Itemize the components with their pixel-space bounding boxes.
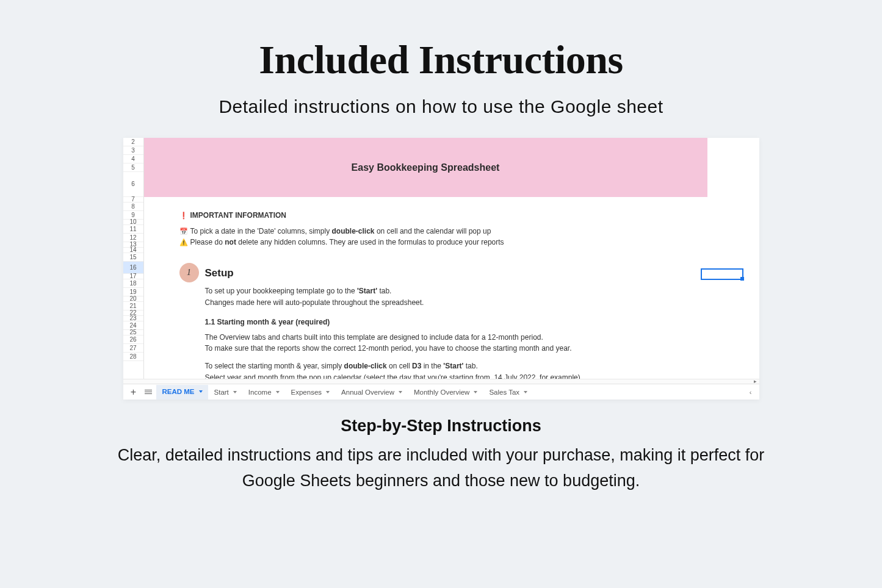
row-number[interactable]: 18 xyxy=(123,279,143,288)
row-number[interactable]: 8 xyxy=(123,203,143,211)
row-number[interactable]: 14 xyxy=(123,248,143,253)
section-body: Clear, detailed instructions and tips ar… xyxy=(99,443,783,494)
sheet-tab-label: Income xyxy=(248,389,272,396)
row-number[interactable]: 15 xyxy=(123,253,143,262)
row-number[interactable]: 10 xyxy=(123,220,143,225)
sheet-header-banner: Easy Bookkeeping Spreadsheet xyxy=(144,138,707,197)
row-number[interactable]: 17 xyxy=(123,274,143,279)
row-number[interactable]: 3 xyxy=(123,146,143,155)
chevron-down-icon xyxy=(233,391,237,393)
plus-icon: + xyxy=(131,387,136,398)
page-title: Included Instructions xyxy=(0,37,882,83)
step-sub-heading: 1.1 Starting month & year (required) xyxy=(205,317,693,328)
sheet-tab-annual-overview[interactable]: Annual Overview xyxy=(335,385,408,400)
chevron-down-icon xyxy=(524,391,527,393)
calendar-icon: 📅 xyxy=(179,228,188,235)
chevron-down-icon xyxy=(474,391,477,393)
row-number[interactable]: 2 xyxy=(123,138,143,146)
horizontal-scrollbar[interactable]: ▸ xyxy=(123,379,759,384)
row-number[interactable]: 7 xyxy=(123,197,143,203)
warning-icon: ⚠️ xyxy=(179,238,188,246)
sheet-title: Easy Bookkeeping Spreadsheet xyxy=(352,162,500,173)
sheet-tab-income[interactable]: Income xyxy=(242,385,285,400)
scroll-right-icon[interactable]: ▸ xyxy=(754,378,757,384)
sheet-tab-label: Expenses xyxy=(291,389,322,396)
exclamation-icon: ❗ xyxy=(179,212,188,219)
sheet-content: Easy Bookkeeping Spreadsheet ❗IMPORTANT … xyxy=(144,138,759,379)
important-heading: ❗IMPORTANT INFORMATION xyxy=(179,210,680,221)
important-line-2: ⚠️Please do not delete any hidden column… xyxy=(179,237,680,248)
step-body: To set up your bookkeeping template go t… xyxy=(205,285,693,379)
sheet-tab-label: Annual Overview xyxy=(341,389,394,396)
step-number-badge: 1 xyxy=(179,263,199,282)
sheet-tab-start[interactable]: Start xyxy=(208,385,242,400)
row-number[interactable]: 28 xyxy=(123,353,143,361)
chevron-down-icon xyxy=(399,391,402,393)
spreadsheet-screenshot: 2345678910111213141516171819202122232425… xyxy=(123,138,759,400)
row-number[interactable]: 23 xyxy=(123,316,143,321)
row-number[interactable]: 5 xyxy=(123,163,143,172)
sheet-tab-label: Sales Tax xyxy=(489,389,519,396)
sheet-tab-read-me[interactable]: READ ME xyxy=(156,385,208,400)
row-number-gutter: 2345678910111213141516171819202122232425… xyxy=(123,138,144,379)
add-sheet-button[interactable]: + xyxy=(127,386,140,398)
row-number[interactable]: 6 xyxy=(123,172,143,197)
row-number[interactable]: 11 xyxy=(123,225,143,234)
row-number[interactable]: 27 xyxy=(123,344,143,353)
sheet-tab-label: READ ME xyxy=(162,388,195,395)
row-number[interactable]: 25 xyxy=(123,330,143,335)
row-number[interactable]: 20 xyxy=(123,296,143,302)
sheet-tab-expenses[interactable]: Expenses xyxy=(285,385,336,400)
sheet-tab-sales-tax[interactable]: Sales Tax xyxy=(483,385,533,400)
section-title: Step-by-Step Instructions xyxy=(0,417,882,436)
all-sheets-button[interactable] xyxy=(142,386,155,398)
row-number[interactable]: 16 xyxy=(123,262,143,274)
sheet-tab-label: Monthly Overview xyxy=(414,389,469,396)
sheet-tab-bar: + READ MEStartIncomeExpensesAnnual Overv… xyxy=(123,384,759,400)
row-number[interactable]: 26 xyxy=(123,335,143,344)
selected-cell-outline[interactable] xyxy=(701,268,743,280)
chevron-down-icon xyxy=(326,391,330,393)
important-line-1: 📅To pick a date in the 'Date' columns, s… xyxy=(179,226,680,237)
chevron-down-icon xyxy=(276,391,280,393)
step-title: Setup xyxy=(205,267,234,279)
menu-icon xyxy=(145,390,152,395)
sheet-tab-monthly-overview[interactable]: Monthly Overview xyxy=(408,385,483,400)
sheet-tab-label: Start xyxy=(214,389,229,396)
row-number[interactable]: 4 xyxy=(123,155,143,163)
page-subtitle: Detailed instructions on how to use the … xyxy=(0,96,882,117)
chevron-down-icon xyxy=(199,390,203,393)
tab-scroll-right-icon[interactable]: ‹ xyxy=(750,389,756,396)
